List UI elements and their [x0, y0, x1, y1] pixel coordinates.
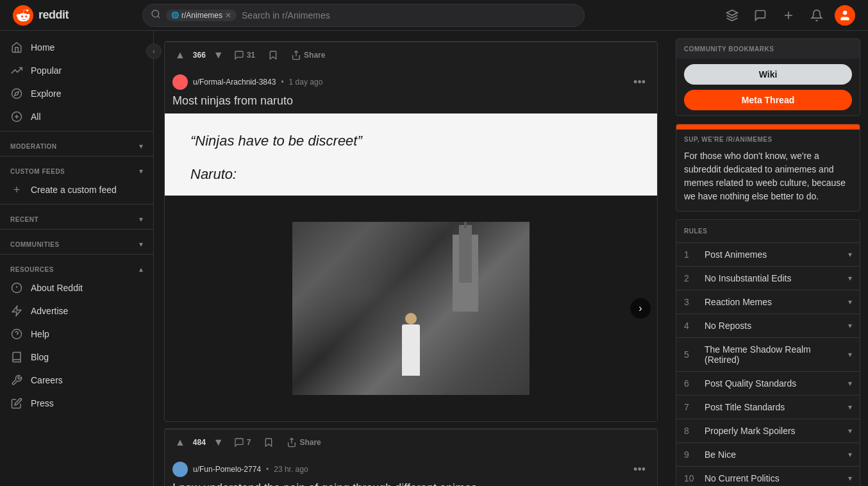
sidebar-item-advertise[interactable]: Advertise [0, 299, 153, 323]
all-icon [10, 110, 23, 123]
rule-chevron-4-icon: ▾ [848, 321, 852, 330]
vote-section-2: ▲ 484 ▼ [172, 434, 226, 451]
search-subreddit-label: r/Animemes [181, 11, 222, 20]
rule-number-9: 9 [684, 449, 699, 460]
logo[interactable]: reddit [13, 5, 69, 26]
upvote-button-1[interactable]: ▲ [172, 47, 188, 63]
community-info: SUP, WE'RE /R/ANIMEMES For those who don… [676, 124, 860, 212]
notifications-icon[interactable] [806, 5, 827, 26]
rule-item-8[interactable]: 8 Properly Mark Spoilers ▾ [676, 419, 860, 443]
community-info-header: SUP, WE'RE /R/ANIMEMES [676, 130, 860, 149]
rule-chevron-10-icon: ▾ [848, 474, 852, 483]
rule-item-7[interactable]: 7 Post Title Standards ▾ [676, 396, 860, 419]
rule-name-1: Post Animemes [699, 249, 848, 260]
rule-item-1[interactable]: 1 Post Animemes ▾ [676, 243, 860, 267]
post-1-meme-content: “Ninjas have to be discreet” Naruto: › [165, 113, 657, 421]
post-1-meme-text-section: “Ninjas have to be discreet” Naruto: [165, 113, 657, 196]
header: reddit 🌐 r/Animemes ✕ [0, 0, 868, 31]
comment-button-1[interactable]: 31 [229, 46, 260, 64]
post-1-title[interactable]: Most ninjas from naruto [165, 94, 657, 113]
sidebar-item-careers[interactable]: Careers [0, 369, 153, 392]
upvote-button-2[interactable]: ▲ [172, 434, 188, 451]
sidebar-help-label: Help [31, 329, 49, 339]
rules-header: RULES [676, 220, 860, 243]
create-custom-feed-item[interactable]: + Create a custom feed [0, 178, 153, 201]
rule-item-10[interactable]: 10 No Current Politics ▾ [676, 467, 860, 486]
post-2-author-link[interactable]: u/Fun-Pomelo-2774 [193, 465, 261, 474]
sidebar-advertise-label: Advertise [31, 306, 68, 316]
divider-1 [0, 131, 153, 131]
post-1-dot: • [281, 78, 283, 87]
post-2-more-button[interactable]: ••• [630, 462, 649, 476]
sidebar-item-blog[interactable]: Blog [0, 346, 153, 369]
rule-item-4[interactable]: 4 No Reposts ▾ [676, 314, 860, 338]
sidebar-item-explore[interactable]: Explore [0, 82, 153, 105]
search-subreddit-pill[interactable]: 🌐 r/Animemes ✕ [166, 10, 237, 21]
post-1-more-button[interactable]: ••• [630, 75, 649, 89]
svg-point-4 [843, 10, 847, 15]
save-button-2[interactable] [258, 433, 279, 451]
sidebar-item-about[interactable]: About Reddit [0, 276, 153, 299]
rule-name-4: No Reposts [699, 321, 848, 331]
sidebar-item-press[interactable]: Press [0, 392, 153, 415]
svg-marker-13 [12, 306, 21, 316]
wiki-bookmark-button[interactable]: Wiki [684, 64, 852, 85]
sidebar-item-all[interactable]: All [0, 105, 153, 128]
post-2-dot: • [266, 465, 269, 474]
main-feed: ▲ 366 ▼ 31 [154, 31, 668, 486]
share-button-1[interactable]: Share [286, 46, 330, 64]
post-1-meme-image[interactable]: › [165, 196, 657, 421]
meta-thread-bookmark-button[interactable]: Meta Thread [684, 90, 852, 110]
search-clear-icon[interactable]: ✕ [225, 11, 231, 20]
sidebar-item-home[interactable]: Home [0, 36, 153, 59]
rule-name-5: The Meme Shadow Realm (Retired) [699, 344, 848, 365]
post-2-title[interactable]: I now understand the pain of going throu… [165, 481, 657, 486]
recent-title: RECENT [10, 216, 38, 223]
sidebar-item-help[interactable]: Help [0, 323, 153, 346]
save-icon-2 [263, 437, 274, 448]
save-button-1[interactable] [263, 46, 283, 64]
rule-chevron-5-icon: ▾ [848, 350, 852, 359]
carousel-next-button[interactable]: › [630, 298, 651, 319]
chat-icon[interactable] [750, 5, 771, 26]
custom-feeds-title: CUSTOM FEEDS [10, 168, 65, 175]
downvote-button-1[interactable]: ▼ [211, 47, 226, 63]
search-bar[interactable]: 🌐 r/Animemes ✕ [142, 4, 585, 27]
resources-section-header[interactable]: RESOURCES ▴ [0, 257, 153, 276]
rule-item-3[interactable]: 3 Reaction Memes ▾ [676, 290, 860, 314]
rule-number-1: 1 [684, 249, 699, 260]
create-post-icon[interactable] [778, 5, 799, 26]
search-icon [151, 9, 161, 21]
premium-icon[interactable] [722, 5, 742, 26]
rule-item-5[interactable]: 5 The Meme Shadow Realm (Retired) ▾ [676, 338, 860, 372]
rule-chevron-1-icon: ▾ [848, 250, 852, 259]
sidebar-collapse-button[interactable]: ‹ [146, 44, 162, 59]
share-label-1: Share [304, 51, 325, 60]
share-icon-1 [291, 50, 301, 60]
user-avatar[interactable] [835, 5, 855, 26]
comment-button-2[interactable]: 7 [229, 433, 256, 451]
communities-section-header[interactable]: COMMUNITIES ▾ [0, 232, 153, 251]
post-1-author: u/Formal-Arachnid-3843 [193, 78, 276, 87]
divider-3 [0, 204, 153, 205]
header-actions [722, 5, 855, 26]
custom-feeds-section-header[interactable]: CUSTOM FEEDS ▾ [0, 159, 153, 178]
rule-item-2[interactable]: 2 No Insubstantial Edits ▾ [676, 267, 860, 290]
rule-item-6[interactable]: 6 Post Quality Standards ▾ [676, 372, 860, 396]
rule-number-6: 6 [684, 378, 699, 389]
search-input[interactable] [242, 10, 576, 21]
meme-quote: “Ninjas have to be discreet” [190, 133, 631, 149]
rule-number-7: 7 [684, 402, 699, 412]
moderation-section-header[interactable]: MODERATION ▾ [0, 134, 153, 153]
recent-chevron-icon: ▾ [139, 215, 143, 224]
careers-icon [10, 374, 23, 387]
sidebar-item-popular[interactable]: Popular [0, 59, 153, 82]
downvote-button-2[interactable]: ▼ [211, 434, 226, 451]
share-button-2[interactable]: Share [281, 433, 326, 451]
rule-item-9[interactable]: 9 Be Nice ▾ [676, 443, 860, 467]
sidebar-right: COMMUNITY BOOKMARKS Wiki Meta Thread SUP… [668, 31, 868, 486]
recent-section-header[interactable]: RECENT ▾ [0, 207, 153, 226]
bookmarks-header: COMMUNITY BOOKMARKS [676, 39, 860, 59]
post-1-author-link[interactable]: u/Formal-Arachnid-3843 [193, 78, 276, 87]
rule-name-3: Reaction Memes [699, 297, 848, 307]
